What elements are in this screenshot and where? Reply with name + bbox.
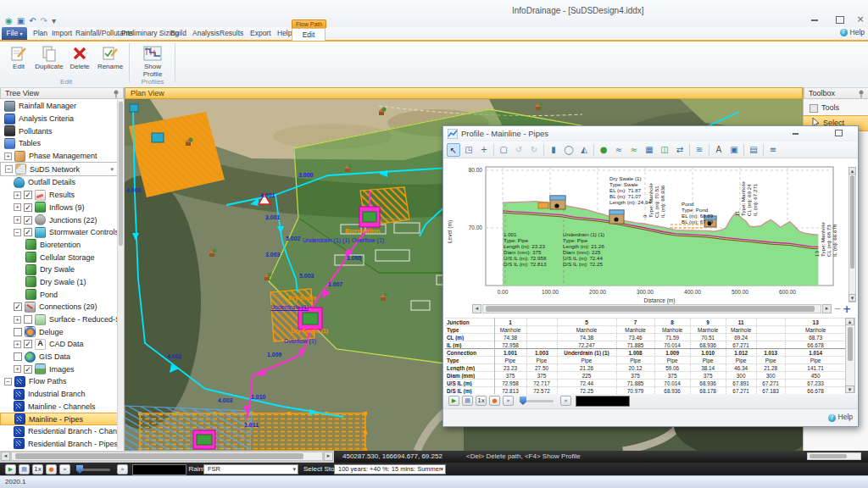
play-button[interactable]: ▶	[5, 464, 16, 474]
customize-toolbar-icon[interactable]: ▾	[52, 17, 56, 25]
checkbox[interactable]	[14, 352, 22, 361]
speed-button[interactable]: 1x	[32, 464, 43, 474]
storm-select[interactable]: 100 years: +40 %: 15 mins: Summer▾	[334, 464, 446, 474]
play-button[interactable]: ▶	[448, 396, 459, 406]
record-button[interactable]: ●	[46, 464, 57, 474]
collapse-icon[interactable]	[810, 104, 818, 113]
step-end-button[interactable]: »	[560, 396, 571, 406]
select-cursor-icon[interactable]: ↖	[447, 143, 460, 157]
annotation-icon[interactable]: A	[712, 143, 726, 157]
profile-minimize-button[interactable]	[786, 128, 804, 140]
plan-view-tab[interactable]: Plan View	[125, 87, 803, 99]
table-vscrollbar[interactable]: ▴ ▾	[845, 318, 855, 393]
step-end-button[interactable]: »	[503, 396, 514, 406]
minimize-button[interactable]	[805, 14, 824, 26]
tree-item-cellular-storage[interactable]: Cellular Storage	[0, 251, 118, 263]
flow-arrows-icon[interactable]: ⇄	[673, 143, 687, 157]
wireframe-view-icon[interactable]: ◯	[562, 143, 576, 157]
tree-item-deluge[interactable]: Deluge	[0, 325, 118, 338]
checkbox[interactable]: ✓	[14, 302, 22, 311]
scroll-left-button[interactable]: ◂	[1, 452, 10, 461]
toolbox-hscrollbar[interactable]	[807, 452, 861, 460]
profile-chart[interactable]: 0.00100.00200.00300.00400.00500.00600.00…	[443, 158, 858, 304]
checkbox[interactable]: ✓	[24, 191, 32, 199]
tree-item-bioretention[interactable]: Bioretention	[0, 239, 118, 252]
duplicate-button[interactable]: Duplicate	[34, 43, 64, 79]
profile-settings-icon[interactable]: ≡	[766, 143, 780, 157]
tab-results[interactable]: Results	[215, 28, 248, 39]
pan-icon[interactable]: +	[477, 143, 491, 157]
tree-item-residential-branch-pipes[interactable]: Residential Branch - Pipes	[0, 438, 118, 451]
tree-item-outfall-details[interactable]: Outfall Details	[0, 176, 118, 189]
expander-icon[interactable]: +	[14, 341, 21, 348]
zoom-out-button[interactable]: −	[834, 304, 841, 313]
water-level-icon[interactable]: ≋	[693, 143, 706, 157]
speed-button[interactable]: 1x	[476, 396, 487, 406]
tree-item-rainfall-manager[interactable]: Rainfall Manager	[0, 100, 118, 113]
dropdown-chevron-icon[interactable]: ▾	[110, 166, 114, 173]
tab-edit[interactable]: Edit	[292, 28, 326, 41]
checkbox[interactable]: ✓	[24, 216, 32, 225]
outfall-marker-icon[interactable]	[130, 104, 138, 112]
tree-item-flow-paths[interactable]: −Flow Paths	[0, 375, 118, 388]
tab-build[interactable]: Build	[166, 28, 191, 39]
chart-hscrollbar[interactable]: ◂ ▸ − +	[472, 304, 850, 314]
toolbox-group-tools[interactable]: Tools	[804, 101, 868, 114]
tree-item-cad-data[interactable]: +✓CAD Data	[0, 338, 118, 351]
tree-item-stormwater-controls-5-[interactable]: −✓Stormwater Controls (5)	[0, 226, 118, 239]
section-view-icon[interactable]: ◭	[577, 143, 591, 157]
tree-item-surface-reduced-surface-iddx-idb[interactable]: +Surface - Reduced-Surface.iddx.idb	[0, 313, 118, 326]
expander-icon[interactable]: −	[14, 229, 21, 236]
checkbox[interactable]	[24, 315, 32, 324]
tree-item-analysis-criteria[interactable]: Analysis Criteria	[0, 113, 118, 125]
rotate-ccw-icon[interactable]: ↺	[512, 143, 526, 157]
flood-lens-icon[interactable]: ●	[597, 143, 610, 157]
grid-view-icon[interactable]: ▦	[643, 143, 656, 157]
tree-item-phase-management[interactable]: +Phase Management	[0, 150, 118, 163]
tree-item-results[interactable]: +✓Results	[0, 189, 118, 202]
maximize-button[interactable]	[831, 14, 849, 26]
checkbox[interactable]	[14, 328, 22, 336]
profile-maximize-button[interactable]	[829, 128, 848, 140]
scroll-right-button[interactable]: ▸	[324, 452, 333, 461]
profile-help[interactable]: ? Help	[828, 413, 853, 422]
show-profile-button[interactable]: Show Profile	[134, 43, 171, 79]
record-button[interactable]: ●	[489, 396, 500, 406]
tree-item-inflows-9-[interactable]: +✓Inflows (9)	[0, 202, 118, 214]
ribbon-help[interactable]: ? Help	[840, 28, 865, 36]
zoom-window-icon[interactable]: ◳	[462, 143, 476, 157]
expander-icon[interactable]: −	[5, 165, 13, 173]
checkbox[interactable]: ✓	[24, 203, 32, 212]
levels-profile-icon[interactable]: ◫	[658, 143, 671, 157]
tab-export[interactable]: Export	[246, 28, 275, 39]
snapshot-button[interactable]: ▤	[19, 464, 30, 474]
expander-icon[interactable]: −	[4, 378, 12, 385]
undo-icon[interactable]: ↶	[29, 17, 36, 25]
tree-item-pond[interactable]: Pond	[0, 288, 118, 301]
export-image-icon[interactable]: ▤	[747, 143, 760, 157]
tree-item-pollutants[interactable]: Pollutants	[0, 125, 118, 137]
profile-window-titlebar[interactable]: Profile - Mainline - Pipes	[443, 126, 858, 142]
close-button[interactable]: ×	[851, 14, 868, 26]
map-hscrollbar[interactable]	[11, 452, 323, 461]
tree-item-junctions-22-[interactable]: +✓Junctions (22)	[0, 214, 118, 226]
checkbox[interactable]: ✓	[24, 365, 32, 374]
expander-icon[interactable]: +	[14, 316, 21, 324]
chart-vscrollbar[interactable]: ▴ ▾	[849, 167, 856, 302]
zoom-extents-icon[interactable]: ▢	[497, 143, 510, 157]
tree-item-tables[interactable]: Tables	[0, 137, 118, 150]
solid-view-icon[interactable]: ▮	[547, 143, 560, 157]
slider-thumb-icon[interactable]	[76, 465, 83, 474]
tree-item-residential-branch-channels[interactable]: Residential Branch - Channels	[0, 425, 118, 438]
slider-thumb-icon[interactable]	[520, 396, 526, 405]
rename-button[interactable]: Rename	[95, 43, 125, 79]
rainfall-select[interactable]: FSR▾	[203, 464, 298, 474]
depth-profile-icon[interactable]: ≈	[627, 143, 641, 157]
expander-icon[interactable]: +	[4, 152, 12, 160]
delete-button[interactable]: Delete	[64, 43, 95, 79]
app-icon[interactable]: ◉	[5, 17, 13, 25]
tree-item-gis-data[interactable]: GIS Data	[0, 351, 118, 363]
velocity-profile-icon[interactable]: ≈	[612, 143, 626, 157]
tree-item-dry-swale-1-[interactable]: Dry Swale (1)	[0, 276, 118, 289]
checkbox[interactable]: ✓	[24, 228, 32, 236]
